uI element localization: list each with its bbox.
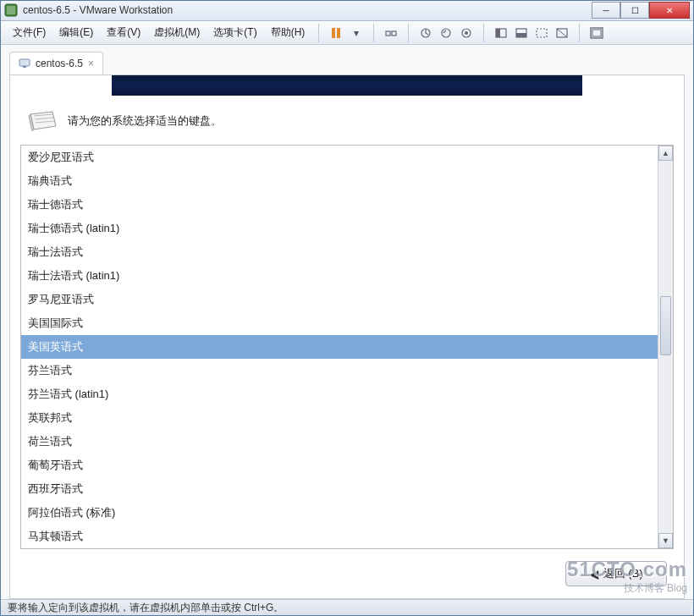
keyboard-option[interactable]: 爱沙尼亚语式	[21, 146, 658, 169]
vm-tab[interactable]: centos-6.5 ×	[9, 52, 103, 74]
prompt-text: 请为您的系统选择适当的键盘。	[68, 113, 222, 129]
svg-rect-11	[496, 29, 500, 37]
svg-rect-14	[537, 29, 547, 37]
snapshot-revert-icon[interactable]	[438, 25, 454, 41]
keyboard-list[interactable]: 爱沙尼亚语式瑞典语式瑞士德语式瑞士德语式 (latin1)瑞士法语式瑞士法语式 …	[21, 146, 658, 548]
library-icon[interactable]	[588, 25, 605, 41]
svg-rect-5	[392, 31, 396, 36]
keyboard-option[interactable]: 英联邦式	[21, 406, 658, 430]
keyboard-option[interactable]: 瑞士德语式	[21, 193, 658, 217]
scroll-down-button[interactable]: ▼	[658, 533, 673, 548]
separator	[318, 24, 319, 42]
dropdown-icon[interactable]: ▾	[348, 25, 365, 41]
content-area: centos-6.5 × 请为您的系统选择适当的键盘。 爱沙尼亚语式瑞典语式瑞士…	[1, 45, 693, 599]
menubar: 文件(F) 编辑(E) 查看(V) 虚拟机(M) 选项卡(T) 帮助(H) ▾	[1, 21, 693, 46]
statusbar: 要将输入定向到该虚拟机，请在虚拟机内部单击或按 Ctrl+G。	[1, 599, 693, 615]
svg-point-9	[465, 31, 468, 35]
monitor-icon	[19, 58, 30, 69]
console-icon[interactable]	[554, 25, 570, 41]
keyboard-option[interactable]: 葡萄牙语式	[21, 454, 658, 477]
keyboard-option[interactable]: 美国国际式	[21, 311, 658, 335]
snapshot-icon[interactable]	[417, 25, 434, 41]
separator	[373, 24, 374, 42]
svg-point-7	[442, 29, 450, 37]
vm-header-strip	[112, 75, 582, 96]
svg-rect-18	[592, 30, 601, 36]
stretch-icon[interactable]	[533, 25, 550, 41]
tab-close-icon[interactable]: ×	[88, 58, 94, 69]
svg-rect-13	[516, 33, 526, 37]
menu-file[interactable]: 文件(F)	[8, 22, 51, 43]
menu-help[interactable]: 帮助(H)	[266, 22, 311, 43]
send-key-icon[interactable]	[383, 25, 399, 41]
menu-edit[interactable]: 编辑(E)	[54, 22, 98, 43]
button-row: ◀ 返回 (B)	[10, 549, 684, 598]
app-window: centos-6.5 - VMware Workstation ─ ☐ ✕ 文件…	[0, 0, 694, 616]
keyboard-option[interactable]: 芬兰语式	[21, 359, 658, 382]
tab-bar: centos-6.5 ×	[9, 52, 685, 74]
scroll-thumb[interactable]	[660, 296, 671, 355]
svg-rect-20	[23, 66, 26, 68]
svg-line-16	[557, 29, 567, 37]
keyboard-option[interactable]: 瑞典语式	[21, 169, 658, 193]
menu-tabs[interactable]: 选项卡(T)	[208, 22, 262, 43]
window-title: centos-6.5 - VMware Workstation	[23, 4, 592, 16]
keyboard-option[interactable]: 西班牙语式	[21, 477, 658, 501]
keyboard-prompt-row: 请为您的系统选择适当的键盘。	[10, 96, 684, 145]
keyboard-option[interactable]: 瑞士德语式 (latin1)	[21, 217, 658, 240]
maximize-button[interactable]: ☐	[620, 2, 649, 19]
scrollbar[interactable]: ▲ ▼	[658, 146, 673, 548]
tab-label: centos-6.5	[36, 58, 83, 69]
keyboard-option[interactable]: 芬兰语式 (latin1)	[21, 382, 658, 406]
menu-vm[interactable]: 虚拟机(M)	[149, 22, 205, 43]
back-button-label: 返回 (B)	[603, 566, 643, 581]
fullscreen-icon[interactable]	[493, 25, 509, 41]
pause-icon[interactable]	[328, 25, 344, 41]
scroll-up-button[interactable]: ▲	[658, 146, 673, 161]
svg-rect-1	[7, 6, 15, 14]
window-controls: ─ ☐ ✕	[592, 2, 690, 19]
svg-rect-3	[337, 28, 340, 38]
keyboard-option[interactable]: 荷兰语式	[21, 430, 658, 454]
status-text: 要将输入定向到该虚拟机，请在虚拟机内部单击或按 Ctrl+G。	[8, 601, 284, 615]
titlebar[interactable]: centos-6.5 - VMware Workstation ─ ☐ ✕	[1, 1, 693, 21]
keyboard-option[interactable]: 瑞士法语式 (latin1)	[21, 264, 658, 288]
separator	[579, 24, 580, 42]
keyboard-icon	[27, 109, 58, 133]
minimize-button[interactable]: ─	[592, 2, 620, 19]
keyboard-option[interactable]: 阿拉伯语式 (标准)	[21, 501, 658, 525]
back-button[interactable]: ◀ 返回 (B)	[565, 561, 667, 586]
unity-icon[interactable]	[513, 25, 530, 41]
close-button[interactable]: ✕	[649, 2, 690, 19]
keyboard-option[interactable]: 马其顿语式	[21, 525, 658, 548]
keyboard-option[interactable]: 罗马尼亚语式	[21, 288, 658, 311]
menu-view[interactable]: 查看(V)	[102, 22, 146, 43]
separator	[483, 24, 484, 42]
keyboard-list-container: 爱沙尼亚语式瑞典语式瑞士德语式瑞士德语式 (latin1)瑞士法语式瑞士法语式 …	[20, 145, 674, 549]
snapshot-manager-icon[interactable]	[458, 25, 475, 41]
arrow-left-icon: ◀	[590, 568, 598, 580]
svg-rect-2	[332, 28, 335, 38]
svg-rect-4	[386, 31, 390, 36]
separator	[408, 24, 409, 42]
vmware-icon	[4, 3, 18, 17]
keyboard-option[interactable]: 瑞士法语式	[21, 240, 658, 264]
vm-panel: 请为您的系统选择适当的键盘。 爱沙尼亚语式瑞典语式瑞士德语式瑞士德语式 (lat…	[9, 74, 685, 599]
svg-rect-19	[19, 59, 30, 66]
scroll-track[interactable]	[658, 161, 673, 533]
keyboard-option[interactable]: 美国英语式	[21, 335, 658, 359]
